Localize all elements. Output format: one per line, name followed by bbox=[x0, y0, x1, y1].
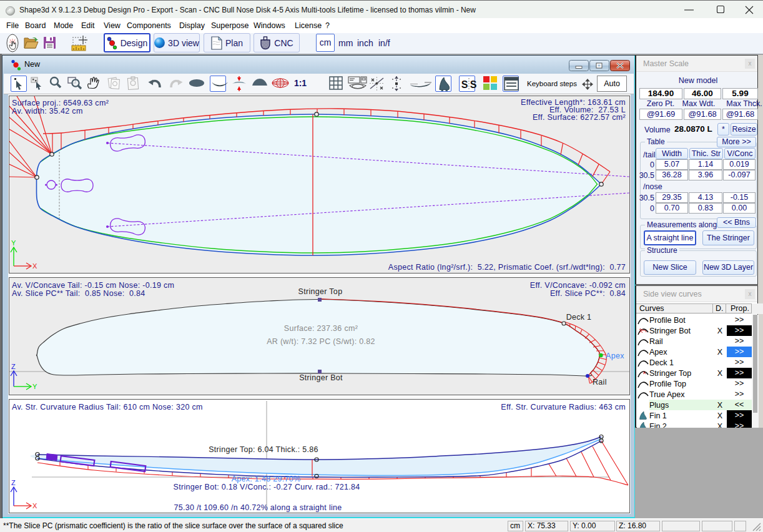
svg-text:Av. Str. Curvature Radius Tail: Av. Str. Curvature Radius Tail: 610 cm N… bbox=[12, 403, 203, 411]
svg-text:Stringer Bot: Stringer Bot bbox=[299, 373, 343, 382]
svg-text:Av. Slice PC** Tail: 0.85 Nos: Av. Slice PC** Tail: 0.85 Nose: 0.84 bbox=[12, 289, 145, 298]
svg-text:Eff. Str. Curvature Radius: 46: Eff. Str. Curvature Radius: 463 cm bbox=[501, 403, 626, 411]
svg-text:Stringer Top: 6.04 Thick.: 5.8: Stringer Top: 6.04 Thick.: 5.86 bbox=[209, 445, 318, 454]
svg-text:X: X bbox=[32, 502, 37, 510]
svg-text:Av. width: 35.42 cm: Av. width: 35.42 cm bbox=[12, 107, 83, 116]
svg-text:S: S bbox=[461, 79, 468, 90]
svg-text:Stringer Bot: 0.18 V/Conc.: -0: Stringer Bot: 0.18 V/Conc.: -0.27 Curv. … bbox=[174, 483, 360, 491]
svg-text:Z: Z bbox=[11, 363, 16, 370]
svg-text:Eff. Slice PC**: 0.84: Eff. Slice PC**: 0.84 bbox=[550, 289, 626, 298]
svg-text:Aspect Ratio (lng²/srf.): 5.2: Aspect Ratio (lng²/srf.): 5.22, Prismati… bbox=[388, 263, 626, 272]
svg-text:Surface proj.: 6549.63 cm²: Surface proj.: 6549.63 cm² bbox=[12, 99, 109, 107]
svg-text:AR (w/t): 7.32 PC (S/wt): 0.82: AR (w/t): 7.32 PC (S/wt): 0.82 bbox=[267, 337, 375, 346]
svg-text:Deck 1: Deck 1 bbox=[566, 313, 592, 322]
svg-text:Z: Z bbox=[11, 479, 16, 486]
svg-text:Y: Y bbox=[11, 239, 16, 247]
svg-text:S: S bbox=[470, 79, 477, 90]
svg-text:Surface: 237.36 cm²: Surface: 237.36 cm² bbox=[284, 324, 358, 333]
svg-text:Apex: Apex bbox=[606, 352, 624, 360]
svg-text:75.30 /t 109.60 /n 40.72% alon: 75.30 /t 109.60 /n 40.72% along a straig… bbox=[174, 503, 342, 512]
svg-text:X: X bbox=[32, 262, 37, 270]
svg-text:Eff. Surface: 6272.57 cm²: Eff. Surface: 6272.57 cm² bbox=[533, 113, 626, 122]
svg-text:Stringer Top: Stringer Top bbox=[298, 287, 343, 296]
svg-text:Rail: Rail bbox=[593, 378, 607, 387]
svg-text:Av. V/Concave Tail: -0.15 cm N: Av. V/Concave Tail: -0.15 cm Nose: -0.19… bbox=[12, 281, 174, 290]
svg-text:1:1: 1:1 bbox=[294, 78, 307, 88]
svg-text:Apex: 1.48 29.70%: Apex: 1.48 29.70% bbox=[232, 475, 301, 483]
svg-text:Eff. V/Concave: -0.092 cm: Eff. V/Concave: -0.092 cm bbox=[530, 281, 626, 290]
svg-text:Y: Y bbox=[32, 383, 37, 390]
